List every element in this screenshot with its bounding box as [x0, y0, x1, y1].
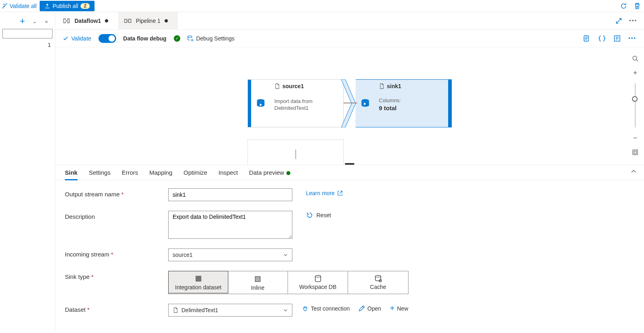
fit-icon [632, 149, 638, 155]
file-icon [379, 83, 384, 89]
panel-tab-optimize[interactable]: Optimize [183, 169, 207, 180]
search-icon [632, 55, 638, 62]
zoom-thumb[interactable] [632, 96, 638, 102]
publish-all-label: Publish all [52, 3, 78, 9]
source-node[interactable]: source1 Import data from DelimitedText1 [248, 79, 344, 127]
braces-icon [598, 35, 606, 42]
panel-tab-mapping[interactable]: Mapping [149, 169, 173, 180]
svg-point-1 [191, 39, 193, 41]
new-dataset-button[interactable]: + New [390, 304, 409, 313]
svg-point-9 [315, 275, 321, 277]
script-button[interactable] [582, 34, 591, 43]
more-button[interactable]: ••• [629, 16, 638, 25]
sink-type-cache[interactable]: Cache [348, 271, 408, 294]
zoom-slider[interactable] [635, 83, 636, 127]
validate-all-button[interactable]: Validate all [2, 3, 36, 9]
svg-point-6 [633, 56, 637, 60]
delete-button[interactable] [633, 2, 642, 10]
plus-icon: + [633, 69, 638, 77]
publish-count-badge: 2 [80, 3, 90, 9]
learn-more-link[interactable]: Learn more [306, 188, 343, 196]
double-chevron-left-icon: « [45, 18, 48, 24]
search-canvas-button[interactable] [630, 53, 641, 64]
plus-icon: + [20, 17, 25, 26]
tab-dataflow1[interactable]: Dataflow1 [57, 12, 118, 30]
panel-collapse-button[interactable] [630, 168, 637, 175]
debug-settings-button[interactable]: Debug Settings [187, 35, 235, 42]
upload-icon [44, 3, 50, 9]
add-resource-button[interactable]: + [18, 17, 27, 26]
preview-ready-icon [286, 171, 290, 175]
cursor-indicator [296, 149, 296, 159]
zoom-in-button[interactable]: + [630, 67, 641, 79]
test-connection-button[interactable]: Test connection [302, 305, 350, 312]
tab-label: Dataflow1 [74, 18, 101, 24]
sink-name: sink1 [387, 83, 401, 89]
sink-type-workspace[interactable]: Workspace DB [288, 271, 348, 294]
script-icon [583, 35, 590, 42]
pencil-icon [358, 305, 365, 312]
file-icon [173, 307, 178, 313]
validate-button[interactable]: Validate [62, 35, 91, 42]
refresh-button[interactable] [619, 2, 628, 10]
debug-toggle[interactable] [99, 34, 116, 43]
json-button[interactable] [613, 34, 622, 43]
minus-icon: − [633, 134, 638, 142]
panel-tab-sink[interactable]: Sink [65, 169, 78, 180]
open-dataset-button[interactable]: Open [358, 305, 381, 312]
connector-line [344, 103, 357, 103]
dataflow-canvas[interactable]: source1 Import data from DelimitedText1 … [55, 47, 644, 165]
properties-panel: Sink Settings Errors Mapping Optimize In… [55, 165, 644, 333]
fit-button[interactable] [630, 147, 641, 158]
panel-tab-errors[interactable]: Errors [122, 169, 138, 180]
source-db-icon [255, 98, 266, 109]
double-chevron-down-icon: ⌄ [32, 18, 37, 24]
node-accent [248, 80, 251, 127]
sink-type-integration[interactable]: ▦ Integration dataset [168, 271, 228, 293]
tab-pipeline1[interactable]: Pipeline 1 [118, 12, 178, 30]
dirty-indicator [165, 19, 168, 22]
publish-all-button[interactable]: Publish all 2 [40, 1, 95, 11]
svg-point-0 [188, 36, 192, 37]
plus-icon: + [390, 304, 395, 313]
reset-button[interactable]: Reset [306, 211, 331, 219]
tab-label: Pipeline 1 [136, 18, 161, 24]
dirty-indicator [105, 19, 108, 22]
panel-tab-inspect[interactable]: Inspect [218, 169, 237, 180]
panel-resize-handle[interactable] [345, 163, 354, 165]
label-description: Description [65, 211, 168, 220]
data-icon [614, 35, 621, 42]
sink-node[interactable]: sink1 Columns:9 total [356, 79, 452, 127]
debug-settings-label: Debug Settings [196, 35, 235, 42]
panel-tab-settings[interactable]: Settings [89, 169, 111, 180]
expand-canvas-button[interactable] [614, 16, 623, 25]
ellipsis-icon: ••• [629, 18, 637, 24]
incoming-stream-select[interactable]: source1 [168, 248, 292, 261]
top-command-bar: Validate all Publish all 2 [0, 0, 644, 12]
resource-sidebar: + ⌄ « 1 [0, 12, 55, 333]
database-gear-icon [187, 35, 194, 42]
expand-icon [616, 18, 622, 24]
svg-point-5 [362, 99, 369, 102]
svg-point-4 [257, 99, 265, 102]
panel-tab-datapreview[interactable]: Data preview [249, 169, 291, 180]
zoom-out-button[interactable]: − [630, 132, 641, 143]
reset-icon [306, 212, 313, 219]
sidebar-filter-input[interactable] [2, 29, 52, 38]
description-textarea[interactable] [168, 211, 292, 239]
output-stream-input[interactable] [168, 188, 292, 201]
code-button[interactable] [598, 34, 606, 43]
dataset-select[interactable]: DelimitedText1 [168, 304, 292, 317]
toolbar-more-button[interactable]: ••• [628, 34, 637, 43]
label-sink-type: Sink type* [65, 271, 168, 280]
node-accent [448, 80, 451, 127]
trash-icon [634, 2, 641, 10]
drop-zone[interactable] [248, 139, 344, 165]
debug-label: Data flow debug [123, 35, 167, 42]
sink-type-inline[interactable]: ▧ Inline [228, 271, 288, 294]
dataflow-icon [62, 18, 70, 24]
collapse-button[interactable]: « [42, 17, 51, 26]
label-dataset: Dataset* [65, 304, 168, 313]
inline-icon: ▧ [254, 274, 261, 283]
expand-button[interactable]: ⌄ [30, 17, 39, 26]
